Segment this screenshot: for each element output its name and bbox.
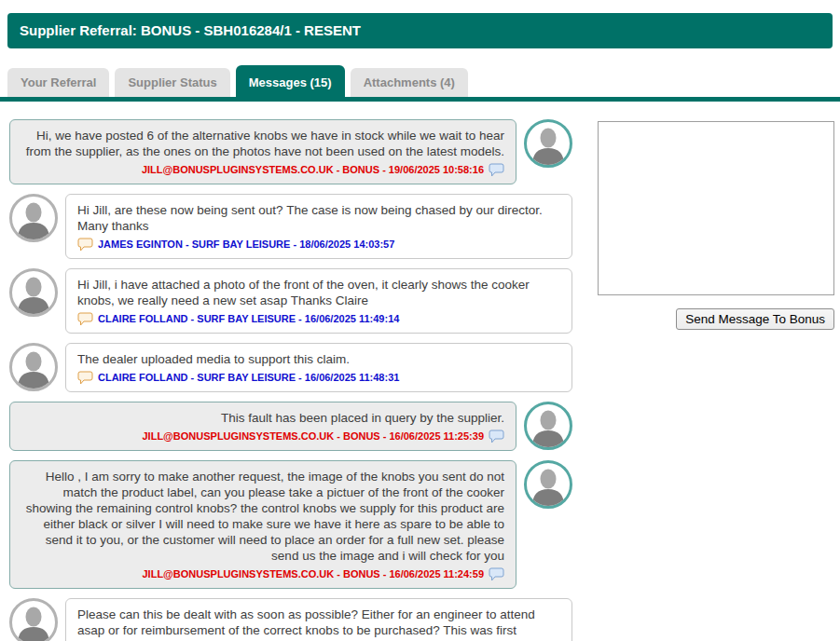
message-row: Hi Jill, i have attached a photo of the …: [9, 268, 572, 334]
message-row: The dealer uploaded media to support thi…: [9, 343, 572, 392]
message-row: Please can this be dealt with as soon as…: [9, 598, 572, 641]
message-footer: CLAIRE FOLLAND - SURF BAY LEISURE - 16/0…: [77, 311, 560, 327]
tab-label: Attachments (4): [364, 75, 455, 89]
message-meta: CLAIRE FOLLAND - SURF BAY LEISURE - 16/0…: [98, 311, 399, 327]
avatar: [524, 402, 572, 450]
message-bubble: This fault has been placed in query by t…: [9, 402, 516, 451]
person-icon: [13, 273, 54, 314]
person-icon: [528, 124, 569, 165]
message-bubble: The dealer uploaded media to support thi…: [65, 343, 572, 392]
speech-bubble-icon: [77, 371, 93, 385]
person-icon: [13, 348, 54, 389]
message-row: This fault has been placed in query by t…: [9, 402, 572, 451]
speech-bubble-icon-wrap: [77, 238, 93, 252]
avatar: [9, 598, 58, 641]
message-text: The dealer uploaded media to support thi…: [77, 351, 560, 367]
page-title-bar: Supplier Referral: BONUS - SBH016284/1 -…: [7, 13, 833, 48]
tab-attachments-4[interactable]: Attachments (4): [351, 68, 468, 97]
compose-button-row: Send Message To Bonus: [598, 308, 834, 330]
tab-label: Supplier Status: [128, 75, 216, 89]
speech-bubble-icon: [77, 312, 93, 326]
message-footer: JILL@BONUSPLUGINSYSTEMS.CO.UK - BONUS - …: [21, 429, 504, 444]
speech-bubble-icon-wrap: [489, 163, 504, 177]
message-list: Hi, we have posted 6 of the alternative …: [9, 119, 572, 641]
avatar: [524, 460, 572, 509]
speech-bubble-icon: [489, 430, 504, 443]
tab-your-referral[interactable]: Your Referral: [7, 68, 109, 97]
message-text: Hi, we have posted 6 of the alternative …: [21, 128, 504, 159]
message-row: Hi, we have posted 6 of the alternative …: [9, 119, 572, 184]
person-icon: [528, 465, 569, 506]
speech-bubble-icon-wrap: [489, 430, 504, 443]
speech-bubble-icon: [489, 163, 504, 177]
tab-bar: Your Referral Supplier Status Messages (…: [7, 65, 840, 97]
message-footer: JAMES EGINTON - SURF BAY LEISURE - 18/06…: [77, 237, 560, 252]
message-row: Hello , I am sorry to make another reque…: [9, 460, 572, 589]
message-footer: CLAIRE FOLLAND - SURF BAY LEISURE - 16/0…: [77, 370, 560, 386]
message-row: Hi Jill, are these now being sent out? T…: [9, 194, 572, 259]
speech-bubble-icon-wrap: [77, 371, 93, 385]
message-text: Hi Jill, are these now being sent out? T…: [77, 202, 560, 234]
message-text: Hello , I am sorry to make another reque…: [21, 469, 504, 564]
message-text: This fault has been placed in query by t…: [21, 410, 504, 426]
message-footer: JILL@BONUSPLUGINSYSTEMS.CO.UK - BONUS - …: [21, 162, 504, 178]
message-bubble: Hi Jill, i have attached a photo of the …: [65, 268, 572, 334]
speech-bubble-icon-wrap: [489, 567, 504, 581]
message-meta: JAMES EGINTON - SURF BAY LEISURE - 18/06…: [98, 237, 394, 252]
send-message-button[interactable]: Send Message To Bonus: [676, 308, 834, 330]
message-meta: JILL@BONUSPLUGINSYSTEMS.CO.UK - BONUS - …: [143, 429, 485, 444]
message-bubble: Hello , I am sorry to make another reque…: [9, 460, 516, 589]
compose-panel: Send Message To Bonus: [598, 119, 834, 330]
speech-bubble-icon: [489, 567, 504, 581]
avatar: [524, 119, 572, 168]
content-area: Hi, we have posted 6 of the alternative …: [0, 102, 840, 641]
message-meta: JILL@BONUSPLUGINSYSTEMS.CO.UK - BONUS - …: [143, 566, 485, 582]
avatar: [9, 268, 58, 317]
person-icon: [13, 198, 54, 239]
message-footer: JILL@BONUSPLUGINSYSTEMS.CO.UK - BONUS - …: [21, 566, 504, 582]
speech-bubble-icon: [77, 238, 93, 252]
message-text: Hi Jill, i have attached a photo of the …: [77, 277, 560, 308]
avatar: [9, 343, 58, 391]
supplier-referral-page: Supplier Referral: BONUS - SBH016284/1 -…: [0, 13, 840, 641]
message-meta: JILL@BONUSPLUGINSYSTEMS.CO.UK - BONUS - …: [142, 162, 484, 178]
tab-label: Messages (15): [249, 75, 332, 89]
message-text: Please can this be dealt with as soon as…: [77, 607, 560, 641]
tab-messages-15[interactable]: Messages (15): [236, 65, 345, 97]
message-input[interactable]: [598, 121, 834, 295]
message-bubble: Hi, we have posted 6 of the alternative …: [9, 119, 516, 184]
page-title: Supplier Referral: BONUS - SBH016284/1 -…: [20, 22, 361, 38]
tab-supplier-status[interactable]: Supplier Status: [115, 68, 229, 97]
tab-label: Your Referral: [21, 75, 96, 89]
message-bubble: Please can this be dealt with as soon as…: [65, 598, 572, 641]
person-icon: [528, 406, 569, 447]
message-bubble: Hi Jill, are these now being sent out? T…: [65, 194, 572, 259]
avatar: [9, 194, 58, 242]
person-icon: [13, 603, 54, 641]
message-meta: CLAIRE FOLLAND - SURF BAY LEISURE - 16/0…: [98, 370, 399, 386]
speech-bubble-icon-wrap: [77, 312, 93, 326]
